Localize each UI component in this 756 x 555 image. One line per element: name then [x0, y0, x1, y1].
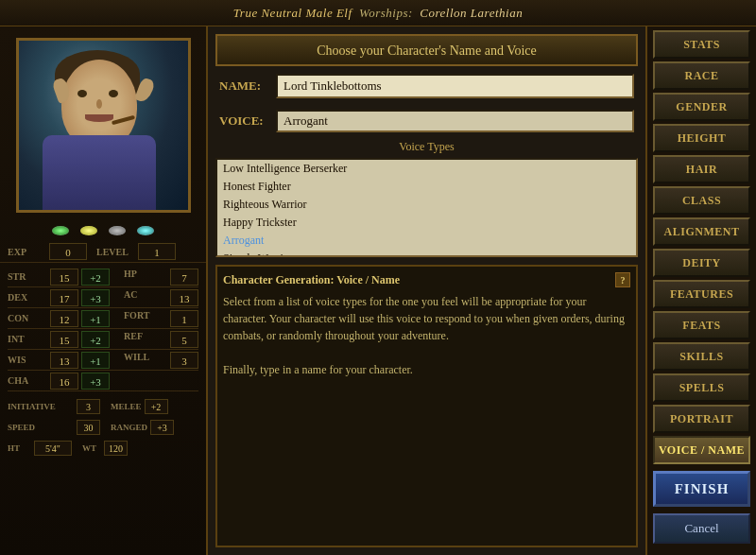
voice-field-label: VOICE:: [219, 113, 276, 129]
voice-list-container: Low Intelligence Berserker Honest Fighte…: [215, 158, 638, 257]
gem-green: [52, 226, 69, 235]
str-row: STR 15 +2 HP 7: [8, 267, 198, 287]
cha-row: CHA 16 +3: [8, 371, 198, 391]
voice-row: VOICE:: [215, 110, 638, 132]
exp-value: 0: [49, 243, 87, 260]
name-row: NAME:: [215, 74, 638, 98]
dex-mod: +3: [81, 289, 110, 306]
char-eye-left: [77, 90, 87, 97]
wis-value: 13: [50, 352, 78, 369]
finish-button[interactable]: FINISH: [653, 471, 750, 507]
wis-mod: +1: [81, 352, 110, 369]
center-panel: Choose your Character's Name and Voice N…: [208, 26, 647, 555]
nav-btn-skills[interactable]: SKILLS: [653, 342, 750, 371]
initiative-label: INITIATIVE: [8, 402, 74, 411]
ht-value: 5'4": [34, 441, 72, 456]
initiative-melee-row: INITIATIVE 3 MELEE +2 SPEED 30 RANGED +3…: [0, 395, 206, 460]
melee-label: MELEE: [111, 402, 142, 411]
right-panel: STATS RACE GENDER HEIGHT HAIR CLASS ALIG…: [647, 26, 756, 555]
cha-mod: +3: [81, 373, 110, 390]
int-row: INT 15 +2 REF 5: [8, 329, 198, 350]
help-button[interactable]: ?: [615, 272, 630, 287]
con-label: CON: [8, 313, 50, 323]
str-value: 15: [50, 269, 78, 286]
dex-label: DEX: [8, 292, 50, 303]
voice-list[interactable]: Low Intelligence Berserker Honest Fighte…: [217, 160, 636, 255]
gem-gold: [80, 226, 97, 235]
con-mod: +1: [81, 310, 110, 327]
voice-option-2[interactable]: Honest Fighter: [217, 178, 636, 196]
gem-gray: [109, 226, 126, 235]
ref-value: 5: [170, 331, 198, 348]
desc-title-row: Character Generation: Voice / Name ?: [223, 272, 630, 287]
voice-option-3[interactable]: Righteous Warrior: [217, 196, 636, 214]
char-nose: [96, 99, 102, 109]
voice-option-4[interactable]: Happy Trickster: [217, 214, 636, 232]
wt-value: 120: [104, 441, 128, 456]
portrait-frame: [16, 38, 191, 213]
wis-label: WIS: [8, 355, 50, 365]
stats-grid: STR 15 +2 HP 7 DEX 17 +3 AC 13 CON: [0, 263, 206, 395]
description-box: Character Generation: Voice / Name ? Sel…: [215, 265, 638, 547]
voice-option-6[interactable]: Simple Warrior: [217, 250, 636, 255]
fort-label: FORT: [124, 310, 166, 327]
nav-btn-class[interactable]: CLASS: [653, 186, 750, 215]
ac-value: 13: [170, 289, 198, 306]
nav-btn-voice-name[interactable]: VOICE / NAME: [653, 436, 750, 464]
initiative-value: 3: [77, 399, 100, 414]
character-description: True Neutral Male Elf Worships: Corellon…: [233, 6, 523, 21]
char-mouth: [85, 114, 113, 122]
dex-row: DEX 17 +3 AC 13: [8, 287, 198, 308]
desc-body: Select from a list of voice types for th…: [223, 293, 630, 378]
nav-btn-stats[interactable]: STATS: [653, 30, 750, 59]
nav-btn-spells[interactable]: SPELLS: [653, 373, 750, 402]
name-input[interactable]: [276, 74, 634, 98]
nav-btn-features[interactable]: FEATURES: [653, 280, 750, 308]
nav-btn-gender[interactable]: GENDER: [653, 93, 750, 121]
nav-btn-alignment[interactable]: ALIGNMENT: [653, 217, 750, 246]
wis-row: WIS 13 +1 WILL 3: [8, 350, 198, 371]
voice-input[interactable]: [276, 110, 634, 132]
will-label: WILL: [124, 352, 166, 369]
fort-value: 1: [170, 310, 198, 327]
nav-btn-hair[interactable]: HAIR: [653, 155, 750, 183]
int-value: 15: [50, 331, 78, 348]
name-field-label: NAME:: [219, 78, 276, 94]
speed-label: SPEED: [8, 423, 74, 432]
main-layout: EXP 0 LEVEL 1 STR 15 +2 HP 7 DEX 17 +3: [0, 26, 756, 555]
str-mod: +2: [81, 269, 110, 286]
ranged-label: RANGED: [111, 423, 147, 432]
con-row: CON 12 +1 FORT 1: [8, 308, 198, 329]
cancel-button[interactable]: Cancel: [653, 513, 750, 544]
portrait-image: [19, 41, 188, 210]
cha-value: 16: [50, 373, 78, 390]
voice-option-1[interactable]: Low Intelligence Berserker: [217, 160, 636, 178]
ref-label: REF: [124, 331, 166, 348]
melee-value: +2: [145, 399, 168, 414]
nav-btn-deity[interactable]: DEITY: [653, 249, 750, 277]
desc-title-text: Character Generation: Voice / Name: [223, 273, 400, 287]
top-bar: True Neutral Male Elf Worships: Corellon…: [0, 0, 756, 26]
gem-teal: [137, 226, 154, 235]
nav-btn-race[interactable]: RACE: [653, 61, 750, 90]
con-value: 12: [50, 310, 78, 327]
char-body: [43, 135, 156, 213]
int-mod: +2: [81, 331, 110, 348]
voice-option-5[interactable]: Arrogant: [217, 232, 636, 250]
voice-types-label: Voice Types: [215, 140, 638, 154]
ranged-value: +3: [150, 420, 174, 435]
hp-value: 7: [170, 269, 198, 286]
portrait-gems: [0, 220, 206, 241]
nav-btn-portrait[interactable]: PORTRAIT: [653, 405, 750, 433]
hp-label: HP: [124, 269, 166, 286]
ht-label: Ht: [8, 443, 31, 453]
exp-label: EXP: [8, 247, 45, 257]
speed-value: 30: [77, 420, 100, 435]
ac-label: AC: [124, 289, 166, 306]
panel-title: Choose your Character's Name and Voice: [317, 43, 537, 58]
cha-label: CHA: [8, 375, 50, 386]
nav-btn-feats[interactable]: FEATS: [653, 311, 750, 339]
nav-btn-height[interactable]: HEIGHT: [653, 124, 750, 152]
level-label: LEVEL: [96, 247, 134, 257]
left-panel: EXP 0 LEVEL 1 STR 15 +2 HP 7 DEX 17 +3: [0, 26, 208, 555]
